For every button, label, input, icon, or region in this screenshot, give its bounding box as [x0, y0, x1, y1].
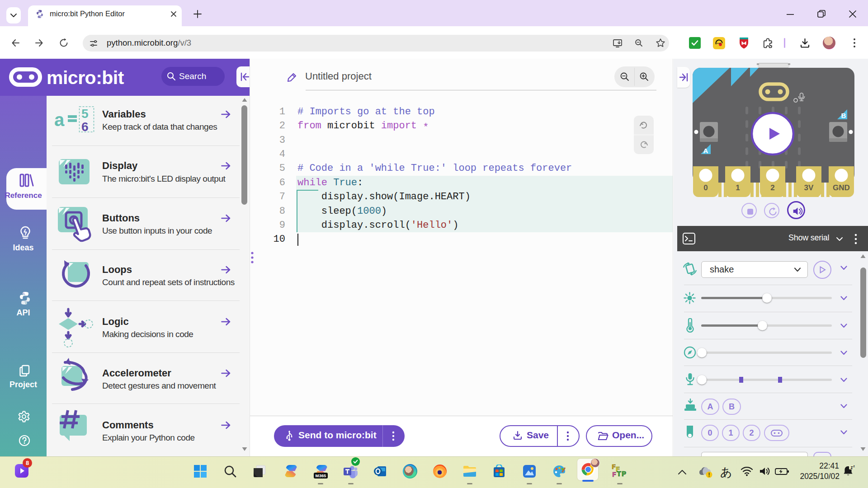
svg-text:3V: 3V	[804, 183, 814, 192]
svg-text:0: 0	[703, 183, 708, 192]
svg-text:F: F	[612, 471, 616, 479]
svg-text:T: T	[617, 470, 621, 479]
svg-text:GND: GND	[833, 183, 850, 192]
svg-text:1: 1	[736, 183, 740, 192]
svg-text:2: 2	[770, 183, 774, 192]
svg-text:6: 6	[81, 120, 89, 133]
svg-text:A: A	[703, 147, 708, 155]
svg-text:P: P	[622, 470, 626, 479]
svg-text:B: B	[841, 112, 846, 119]
svg-text:z: z	[853, 465, 855, 468]
svg-text:!: !	[708, 472, 710, 478]
svg-text:micro:bit: micro:bit	[47, 67, 124, 88]
svg-text:z: z	[851, 465, 853, 470]
svg-text:5: 5	[81, 107, 89, 121]
svg-text:a: a	[54, 110, 65, 130]
svg-text:F: F	[612, 464, 616, 471]
